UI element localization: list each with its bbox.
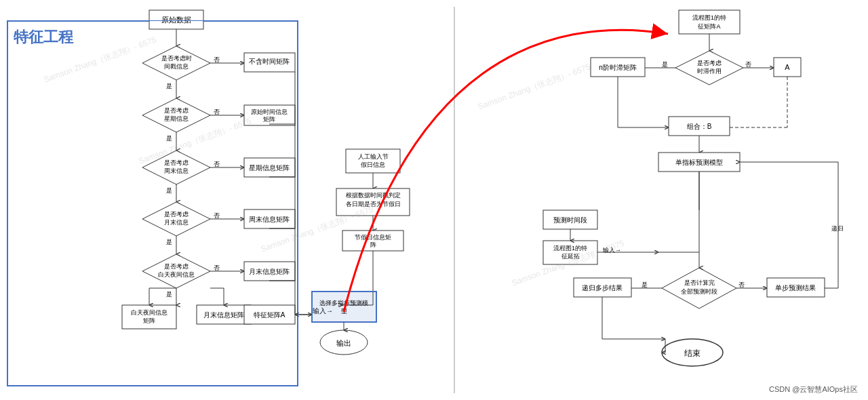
svg-text:否: 否 — [214, 56, 220, 63]
svg-text:流程图1的特: 流程图1的特 — [553, 245, 587, 252]
svg-text:节假日信息矩: 节假日信息矩 — [355, 234, 391, 241]
svg-text:单步预测结果: 单步预测结果 — [775, 284, 816, 292]
svg-text:不含时间矩阵: 不含时间矩阵 — [249, 58, 290, 65]
svg-text:间戳信息: 间戳信息 — [164, 63, 189, 70]
svg-text:月末信息矩阵: 月末信息矩阵 — [249, 268, 290, 275]
svg-text:阵: 阵 — [370, 241, 376, 248]
csdn-label: CSDN @云智慧AIOps社区 — [769, 384, 858, 395]
svg-text:矩阵: 矩阵 — [143, 317, 155, 324]
svg-text:时滞作用: 时滞作用 — [697, 68, 722, 75]
svg-text:月末信息: 月末信息 — [164, 219, 189, 226]
svg-text:A: A — [785, 63, 790, 71]
svg-text:征矩阵A: 征矩阵A — [698, 23, 720, 30]
right-panel: 流程图1的特 征矩阵A 是否考虑 时滞作用 是 n阶时滞矩阵 否 A — [455, 0, 868, 400]
left-flowchart-svg: 原始数据 是否考虑时 间戳信息 否 不含时间矩阵 是 是否考虑 星期信息 否 — [0, 0, 448, 393]
svg-text:输出: 输出 — [336, 339, 351, 347]
svg-text:是否考虑: 是否考虑 — [164, 159, 189, 166]
svg-text:特征矩阵A: 特征矩阵A — [254, 311, 285, 319]
svg-text:周末信息矩阵: 周末信息矩阵 — [249, 216, 290, 223]
svg-text:否: 否 — [214, 161, 220, 167]
left-panel: 特征工程 原始数据 是否考虑时 间戳信息 否 不含时间矩阵 是 是否考虑 — [0, 0, 454, 400]
svg-text:结束: 结束 — [684, 348, 701, 358]
svg-text:是: 是 — [166, 135, 172, 142]
svg-text:星期信息: 星期信息 — [164, 115, 189, 122]
right-flowchart-svg: 流程图1的特 征矩阵A 是否考虑 时滞作用 是 n阶时滞矩阵 否 A — [455, 0, 862, 393]
svg-rect-85 — [312, 292, 376, 322]
svg-text:各日期是否为节假日: 各日期是否为节假日 — [346, 201, 401, 207]
svg-text:是否计算完: 是否计算完 — [684, 279, 714, 286]
svg-text:是: 是 — [662, 61, 668, 68]
svg-text:征延拓: 征延拓 — [561, 253, 579, 260]
svg-text:白天夜间信息: 白天夜间信息 — [158, 271, 195, 278]
svg-text:是: 是 — [642, 281, 648, 288]
svg-text:原始时间信息: 原始时间信息 — [251, 108, 288, 115]
svg-text:原始数据: 原始数据 — [161, 16, 191, 24]
svg-text:是: 是 — [166, 239, 172, 245]
svg-text:月末信息矩阵: 月末信息矩阵 — [203, 311, 244, 319]
svg-text:假日信息: 假日信息 — [361, 161, 385, 168]
svg-text:否: 否 — [745, 61, 751, 68]
svg-text:流程图1的特: 流程图1的特 — [692, 14, 726, 21]
svg-text:是: 是 — [166, 291, 172, 298]
svg-text:单指标预测模型: 单指标预测模型 — [675, 159, 723, 166]
svg-text:n阶时滞矩阵: n阶时滞矩阵 — [599, 64, 637, 71]
svg-text:选择多指标预测模: 选择多指标预测模 — [319, 300, 368, 306]
svg-text:是否考虑: 是否考虑 — [164, 263, 189, 270]
svg-text:根据数据时间戳判定: 根据数据时间戳判定 — [346, 192, 401, 199]
svg-text:是否考虑时: 是否考虑时 — [161, 55, 192, 62]
main-container: Samson Zhang（张志翔）- 6575 Samson Zhang（张志翔… — [0, 0, 868, 400]
svg-text:矩阵: 矩阵 — [263, 116, 275, 123]
svg-text:是否考虑: 是否考虑 — [164, 107, 189, 114]
svg-text:组合：B: 组合：B — [687, 123, 712, 130]
svg-text:递归多步结果: 递归多步结果 — [582, 284, 623, 292]
svg-text:否: 否 — [214, 212, 220, 219]
svg-text:型: 型 — [341, 308, 347, 315]
svg-text:否: 否 — [214, 264, 220, 271]
svg-text:是: 是 — [166, 187, 172, 194]
svg-text:递归: 递归 — [831, 225, 844, 232]
svg-text:预测时间段: 预测时间段 — [553, 216, 587, 224]
svg-text:是否考虑: 是否考虑 — [164, 211, 189, 218]
svg-text:否: 否 — [738, 281, 745, 288]
svg-text:否: 否 — [214, 108, 220, 115]
svg-text:白天夜间信息: 白天夜间信息 — [131, 309, 167, 316]
svg-text:星期信息矩阵: 星期信息矩阵 — [249, 164, 290, 172]
svg-text:全部预测时段: 全部预测时段 — [681, 288, 717, 295]
svg-text:人工输入节: 人工输入节 — [358, 153, 389, 160]
svg-text:是: 是 — [166, 83, 172, 89]
svg-text:是否考虑: 是否考虑 — [697, 60, 722, 66]
svg-text:周末信息: 周末信息 — [164, 167, 189, 174]
